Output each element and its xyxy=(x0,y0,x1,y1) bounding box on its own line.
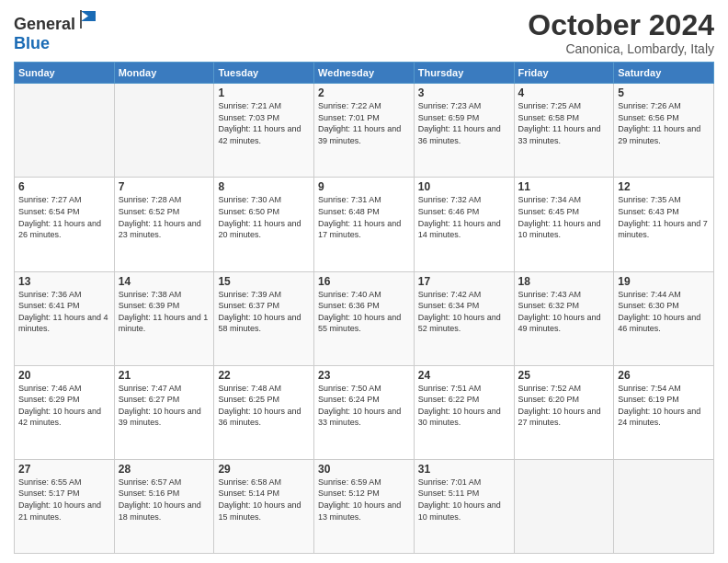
day-info: Sunrise: 7:47 AM Sunset: 6:27 PM Dayligh… xyxy=(119,383,210,429)
day-number: 21 xyxy=(119,369,210,382)
calendar-day-cell: 1Sunrise: 7:21 AM Sunset: 7:03 PM Daylig… xyxy=(214,84,314,178)
calendar-day-cell: 12Sunrise: 7:35 AM Sunset: 6:43 PM Dayli… xyxy=(614,178,714,271)
calendar-day-cell: 26Sunrise: 7:54 AM Sunset: 6:19 PM Dayli… xyxy=(614,365,714,459)
calendar-day-cell: 17Sunrise: 7:42 AM Sunset: 6:34 PM Dayli… xyxy=(414,271,514,365)
calendar-day-cell: 30Sunrise: 6:59 AM Sunset: 5:12 PM Dayli… xyxy=(314,459,415,553)
header-thursday: Thursday xyxy=(414,63,514,84)
day-number: 31 xyxy=(418,463,510,476)
day-number: 18 xyxy=(518,275,610,288)
day-info: Sunrise: 7:31 AM Sunset: 6:48 PM Dayligh… xyxy=(318,194,410,240)
calendar-day-cell: 3Sunrise: 7:23 AM Sunset: 6:59 PM Daylig… xyxy=(414,84,514,178)
day-info: Sunrise: 7:30 AM Sunset: 6:50 PM Dayligh… xyxy=(218,194,310,240)
calendar-day-cell: 8Sunrise: 7:30 AM Sunset: 6:50 PM Daylig… xyxy=(214,178,314,271)
calendar-table: Sunday Monday Tuesday Wednesday Thursday… xyxy=(14,62,714,554)
calendar-day-cell: 28Sunrise: 6:57 AM Sunset: 5:16 PM Dayli… xyxy=(114,459,214,553)
header-sunday: Sunday xyxy=(15,63,115,84)
calendar-day-cell: 6Sunrise: 7:27 AM Sunset: 6:54 PM Daylig… xyxy=(15,178,115,271)
calendar-day-cell: 7Sunrise: 7:28 AM Sunset: 6:52 PM Daylig… xyxy=(114,178,214,271)
calendar-day-cell xyxy=(614,459,714,553)
day-info: Sunrise: 7:35 AM Sunset: 6:43 PM Dayligh… xyxy=(618,194,710,240)
calendar-day-cell xyxy=(15,84,115,178)
calendar-week-row: 1Sunrise: 7:21 AM Sunset: 7:03 PM Daylig… xyxy=(15,84,714,178)
day-info: Sunrise: 7:39 AM Sunset: 6:37 PM Dayligh… xyxy=(218,289,310,335)
day-number: 13 xyxy=(18,275,110,288)
day-number: 22 xyxy=(218,369,310,382)
calendar-day-cell: 21Sunrise: 7:47 AM Sunset: 6:27 PM Dayli… xyxy=(114,365,214,459)
calendar-day-cell: 27Sunrise: 6:55 AM Sunset: 5:17 PM Dayli… xyxy=(15,459,115,553)
day-number: 2 xyxy=(318,86,410,99)
day-number: 1 xyxy=(218,86,310,99)
calendar-day-cell: 13Sunrise: 7:36 AM Sunset: 6:41 PM Dayli… xyxy=(15,271,115,365)
day-info: Sunrise: 6:58 AM Sunset: 5:14 PM Dayligh… xyxy=(218,477,310,523)
day-number: 16 xyxy=(318,275,410,288)
calendar-day-cell: 10Sunrise: 7:32 AM Sunset: 6:46 PM Dayli… xyxy=(414,178,514,271)
page: General Blue October 2024 Canonica, Lomb… xyxy=(0,0,728,563)
svg-rect-2 xyxy=(80,10,82,29)
calendar-header-row: Sunday Monday Tuesday Wednesday Thursday… xyxy=(15,63,714,84)
day-number: 5 xyxy=(618,86,710,99)
calendar-day-cell xyxy=(114,84,214,178)
day-info: Sunrise: 7:42 AM Sunset: 6:34 PM Dayligh… xyxy=(418,289,510,335)
day-info: Sunrise: 6:57 AM Sunset: 5:16 PM Dayligh… xyxy=(119,477,210,523)
header: General Blue October 2024 Canonica, Lomb… xyxy=(14,9,714,56)
day-info: Sunrise: 7:43 AM Sunset: 6:32 PM Dayligh… xyxy=(518,289,610,335)
calendar-day-cell: 5Sunrise: 7:26 AM Sunset: 6:56 PM Daylig… xyxy=(614,84,714,178)
day-info: Sunrise: 7:54 AM Sunset: 6:19 PM Dayligh… xyxy=(618,383,710,429)
day-number: 6 xyxy=(18,180,110,193)
calendar-day-cell: 4Sunrise: 7:25 AM Sunset: 6:58 PM Daylig… xyxy=(514,84,614,178)
calendar-day-cell: 11Sunrise: 7:34 AM Sunset: 6:45 PM Dayli… xyxy=(514,178,614,271)
day-info: Sunrise: 7:23 AM Sunset: 6:59 PM Dayligh… xyxy=(418,100,510,146)
day-number: 30 xyxy=(318,463,410,476)
logo-blue: Blue xyxy=(14,34,97,53)
calendar-day-cell: 20Sunrise: 7:46 AM Sunset: 6:29 PM Dayli… xyxy=(15,365,115,459)
day-number: 8 xyxy=(218,180,310,193)
month-title: October 2024 xyxy=(528,9,714,41)
day-number: 14 xyxy=(119,275,210,288)
calendar-day-cell: 9Sunrise: 7:31 AM Sunset: 6:48 PM Daylig… xyxy=(314,178,415,271)
header-monday: Monday xyxy=(114,63,214,84)
day-number: 23 xyxy=(318,369,410,382)
title-block: October 2024 Canonica, Lombardy, Italy xyxy=(528,9,714,56)
day-number: 26 xyxy=(618,369,710,382)
calendar-day-cell: 14Sunrise: 7:38 AM Sunset: 6:39 PM Dayli… xyxy=(114,271,214,365)
day-info: Sunrise: 7:34 AM Sunset: 6:45 PM Dayligh… xyxy=(518,194,610,240)
calendar-week-row: 13Sunrise: 7:36 AM Sunset: 6:41 PM Dayli… xyxy=(15,271,714,365)
day-info: Sunrise: 7:52 AM Sunset: 6:20 PM Dayligh… xyxy=(518,383,610,429)
calendar-week-row: 27Sunrise: 6:55 AM Sunset: 5:17 PM Dayli… xyxy=(15,459,714,553)
calendar-day-cell: 29Sunrise: 6:58 AM Sunset: 5:14 PM Dayli… xyxy=(214,459,314,553)
day-info: Sunrise: 7:46 AM Sunset: 6:29 PM Dayligh… xyxy=(18,383,110,429)
day-info: Sunrise: 7:28 AM Sunset: 6:52 PM Dayligh… xyxy=(119,194,210,240)
header-tuesday: Tuesday xyxy=(214,63,314,84)
header-wednesday: Wednesday xyxy=(314,63,415,84)
day-number: 4 xyxy=(518,86,610,99)
day-number: 29 xyxy=(218,463,310,476)
calendar-day-cell xyxy=(514,459,614,553)
calendar-week-row: 6Sunrise: 7:27 AM Sunset: 6:54 PM Daylig… xyxy=(15,178,714,271)
day-number: 20 xyxy=(18,369,110,382)
day-info: Sunrise: 7:21 AM Sunset: 7:03 PM Dayligh… xyxy=(218,100,310,146)
calendar-day-cell: 25Sunrise: 7:52 AM Sunset: 6:20 PM Dayli… xyxy=(514,365,614,459)
day-number: 25 xyxy=(518,369,610,382)
location-title: Canonica, Lombardy, Italy xyxy=(528,41,714,56)
logo: General Blue xyxy=(14,9,97,53)
day-info: Sunrise: 7:22 AM Sunset: 7:01 PM Dayligh… xyxy=(318,100,410,146)
day-info: Sunrise: 7:50 AM Sunset: 6:24 PM Dayligh… xyxy=(318,383,410,429)
day-number: 28 xyxy=(119,463,210,476)
day-number: 11 xyxy=(518,180,610,193)
day-number: 10 xyxy=(418,180,510,193)
day-number: 27 xyxy=(18,463,110,476)
day-number: 19 xyxy=(618,275,710,288)
calendar-day-cell: 2Sunrise: 7:22 AM Sunset: 7:01 PM Daylig… xyxy=(314,84,415,178)
calendar-day-cell: 18Sunrise: 7:43 AM Sunset: 6:32 PM Dayli… xyxy=(514,271,614,365)
calendar-day-cell: 24Sunrise: 7:51 AM Sunset: 6:22 PM Dayli… xyxy=(414,365,514,459)
day-number: 7 xyxy=(119,180,210,193)
day-info: Sunrise: 7:32 AM Sunset: 6:46 PM Dayligh… xyxy=(418,194,510,240)
calendar-day-cell: 22Sunrise: 7:48 AM Sunset: 6:25 PM Dayli… xyxy=(214,365,314,459)
calendar-day-cell: 23Sunrise: 7:50 AM Sunset: 6:24 PM Dayli… xyxy=(314,365,415,459)
day-number: 3 xyxy=(418,86,510,99)
day-number: 17 xyxy=(418,275,510,288)
calendar-week-row: 20Sunrise: 7:46 AM Sunset: 6:29 PM Dayli… xyxy=(15,365,714,459)
day-info: Sunrise: 7:40 AM Sunset: 6:36 PM Dayligh… xyxy=(318,289,410,335)
day-info: Sunrise: 7:27 AM Sunset: 6:54 PM Dayligh… xyxy=(18,194,110,240)
day-info: Sunrise: 7:01 AM Sunset: 5:11 PM Dayligh… xyxy=(418,477,510,523)
